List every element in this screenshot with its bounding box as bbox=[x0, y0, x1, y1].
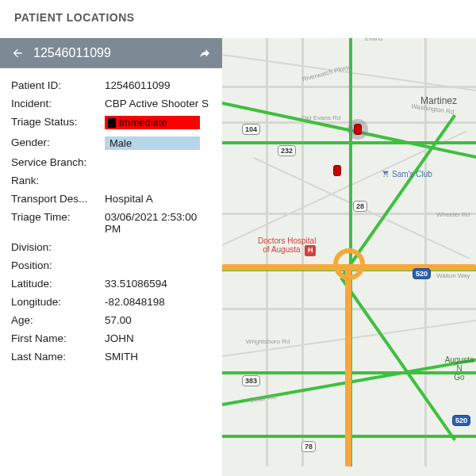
gender-badge: Male bbox=[105, 136, 200, 150]
page-title: PATIENT LOCATIONS bbox=[0, 0, 476, 38]
road-label: Wrightsboro Rd bbox=[246, 338, 290, 345]
triage-tag-icon bbox=[108, 118, 116, 128]
row-first-name: First Name: JOHN bbox=[11, 329, 213, 347]
patient-details-panel: 12546011099 Patient ID: 12546011099 Inci… bbox=[0, 38, 222, 476]
back-icon[interactable] bbox=[11, 47, 24, 60]
row-incident: Incident: CBP Active Shooter S bbox=[11, 94, 213, 113]
label: Service Branch: bbox=[11, 156, 105, 168]
road-label: Evans bbox=[365, 38, 382, 42]
triage-badge: Immediate bbox=[105, 116, 200, 129]
hospital-icon: H bbox=[305, 245, 316, 256]
row-transport-dest: Transport Des... Hospital A bbox=[11, 190, 213, 208]
value: 33.51086594 bbox=[105, 278, 213, 290]
row-triage-time: Triage Time: 03/06/2021 2:53:00 PM bbox=[11, 208, 213, 238]
label: Longitude: bbox=[11, 296, 105, 308]
value: 57.00 bbox=[105, 314, 213, 326]
value: Hospital A bbox=[105, 193, 213, 205]
road-label: Wheeler Rd bbox=[436, 211, 470, 218]
interstate-shield: 520 bbox=[452, 415, 470, 426]
poi-samsclub[interactable]: Sam's Club bbox=[381, 169, 432, 179]
details-list: Patient ID: 12546011099 Incident: CBP Ac… bbox=[0, 68, 222, 378]
label: Division: bbox=[11, 241, 105, 253]
label: Triage Status: bbox=[11, 116, 105, 128]
value: 03/06/2021 2:53:00 PM bbox=[105, 211, 213, 235]
label: Latitude: bbox=[11, 278, 105, 290]
value: JOHN bbox=[105, 332, 213, 344]
label: Transport Des... bbox=[11, 193, 105, 205]
value: SMITH bbox=[105, 351, 213, 363]
label: Last Name: bbox=[11, 351, 105, 363]
value: Male bbox=[105, 136, 213, 150]
label: First Name: bbox=[11, 332, 105, 344]
road-label: Old Evans Rd bbox=[301, 114, 340, 121]
label: Triage Time: bbox=[11, 211, 105, 223]
row-position: Position: bbox=[11, 256, 213, 274]
row-triage-status: Triage Status: Immediate bbox=[11, 113, 213, 133]
highway-junction bbox=[333, 248, 365, 280]
road-label: Belair Rd bbox=[250, 393, 277, 404]
row-age: Age: 57.00 bbox=[11, 311, 213, 329]
patient-marker[interactable] bbox=[354, 124, 362, 135]
value: 12546011099 bbox=[105, 79, 213, 91]
route-shield: 28 bbox=[353, 201, 367, 212]
label: Position: bbox=[11, 259, 105, 271]
value: Immediate bbox=[105, 116, 213, 130]
panel-header: 12546011099 bbox=[0, 38, 222, 68]
row-rank: Rank: bbox=[11, 171, 213, 190]
patient-marker[interactable] bbox=[333, 165, 341, 176]
panel-header-id: 12546011099 bbox=[33, 46, 189, 60]
poi-label: Doctors Hospital bbox=[258, 236, 316, 245]
highway bbox=[345, 268, 351, 466]
value: -82.0848198 bbox=[105, 296, 213, 308]
label: Age: bbox=[11, 314, 105, 326]
share-icon[interactable] bbox=[198, 47, 211, 60]
route-shield: 383 bbox=[242, 375, 260, 386]
row-patient-id: Patient ID: 12546011099 bbox=[11, 76, 213, 94]
svg-point-1 bbox=[387, 175, 388, 176]
route-shield: 78 bbox=[301, 441, 316, 452]
map-view[interactable]: 104 232 28 520 520 383 78 Martinez Augus… bbox=[222, 38, 476, 476]
label: Patient ID: bbox=[11, 79, 105, 91]
label: Gender: bbox=[11, 136, 105, 148]
route-shield: 104 bbox=[242, 124, 260, 135]
svg-point-0 bbox=[383, 175, 384, 176]
place-label: Augusta NGo bbox=[443, 355, 476, 382]
label: Rank: bbox=[11, 175, 105, 186]
row-latitude: Latitude: 33.51086594 bbox=[11, 274, 213, 293]
row-gender: Gender: Male bbox=[11, 133, 213, 153]
cart-icon bbox=[381, 169, 390, 179]
value: CBP Active Shooter S bbox=[105, 98, 213, 109]
road-label: Walton Way bbox=[436, 272, 470, 279]
route-shield: 232 bbox=[278, 145, 296, 156]
row-longitude: Longitude: -82.0848198 bbox=[11, 293, 213, 311]
row-service-branch: Service Branch: bbox=[11, 153, 213, 171]
road-traffic bbox=[340, 277, 456, 441]
interstate-shield: 520 bbox=[413, 268, 431, 279]
triage-text: Immediate bbox=[119, 117, 167, 129]
row-division: Division: bbox=[11, 238, 213, 256]
poi-label: Sam's Club bbox=[392, 170, 432, 178]
label: Incident: bbox=[11, 98, 105, 109]
poi-hospital[interactable]: Doctors Hospital of Augusta H bbox=[258, 236, 316, 256]
poi-label: of Augusta bbox=[263, 245, 300, 254]
row-last-name: Last Name: SMITH bbox=[11, 347, 213, 366]
